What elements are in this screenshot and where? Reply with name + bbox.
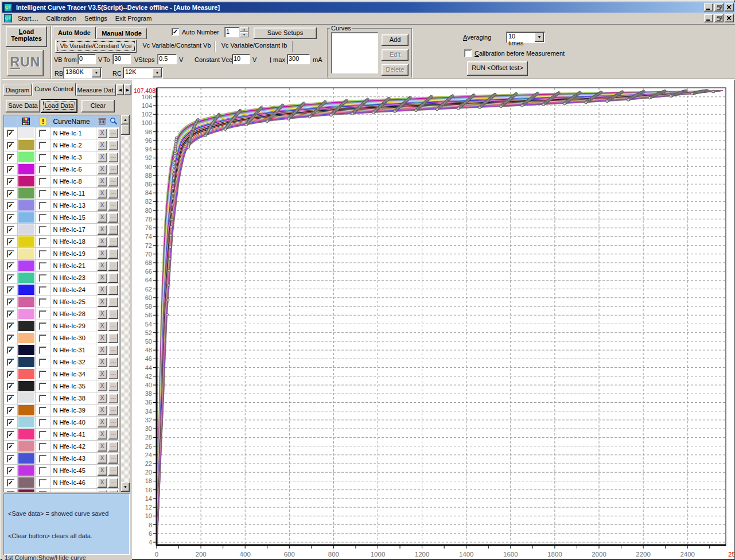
- blink-checkbox[interactable]: [39, 310, 46, 318]
- curve-name[interactable]: N Hfe-Ic-31: [51, 344, 97, 356]
- curve-color-swatch[interactable]: [18, 345, 34, 355]
- curve-name[interactable]: N Hfe-Ic-8: [51, 176, 97, 187]
- tab-diagram[interactable]: Diagram: [3, 84, 32, 96]
- rc-dropdown-icon[interactable]: ▼: [153, 68, 162, 77]
- child-close-button[interactable]: [725, 14, 734, 22]
- delete-curve-button[interactable]: X: [98, 249, 107, 259]
- jump-to-data-button[interactable]: ...: [108, 237, 118, 247]
- delete-curve-button[interactable]: X: [98, 478, 107, 488]
- blink-checkbox[interactable]: [39, 262, 46, 270]
- show-hide-checkbox[interactable]: ✓: [7, 407, 14, 414]
- delete-curve-button[interactable]: X: [98, 418, 107, 427]
- blink-checkbox[interactable]: [39, 190, 46, 197]
- delete-curve-button[interactable]: X: [98, 406, 107, 415]
- jump-to-data-button[interactable]: ...: [108, 249, 118, 259]
- curve-name[interactable]: N Hfe-Ic-29: [51, 320, 97, 332]
- curve-color-swatch[interactable]: [18, 200, 34, 211]
- curve-name[interactable]: N Hfe-Ic-45: [51, 465, 97, 476]
- jump-to-data-button[interactable]: ...: [108, 129, 118, 138]
- show-hide-checkbox[interactable]: ✓: [7, 479, 14, 487]
- blink-checkbox[interactable]: [39, 274, 46, 282]
- rb-combo[interactable]: 1360K ▼: [63, 67, 102, 79]
- blink-checkbox[interactable]: [39, 202, 46, 209]
- blink-checkbox[interactable]: [39, 419, 46, 426]
- averaging-combo[interactable]: 10 times ▼: [506, 32, 545, 43]
- show-hide-checkbox[interactable]: ✓: [7, 322, 14, 330]
- blink-checkbox[interactable]: [39, 491, 46, 493]
- jump-to-data-button[interactable]: ...: [108, 478, 118, 488]
- blink-checkbox[interactable]: [39, 479, 46, 487]
- jump-to-data-button[interactable]: ...: [108, 309, 118, 319]
- curve-name[interactable]: N Hfe-Ic-23: [51, 272, 97, 283]
- show-hide-checkbox[interactable]: ✓: [7, 202, 14, 209]
- show-hide-checkbox[interactable]: ✓: [7, 166, 14, 173]
- delete-curve-button[interactable]: X: [98, 141, 107, 150]
- show-hide-checkbox[interactable]: ✓: [7, 142, 14, 149]
- tab-auto-mode[interactable]: Auto Mode: [53, 26, 96, 39]
- curves-listbox[interactable]: [331, 32, 378, 73]
- tab-vc-variable-constant-vb[interactable]: Vc Variable/Constant Vb: [142, 40, 212, 53]
- blink-checkbox[interactable]: [39, 383, 46, 390]
- blink-warning-icon[interactable]: !: [36, 115, 51, 127]
- curve-color-swatch[interactable]: [18, 357, 34, 367]
- curve-color-swatch[interactable]: [18, 489, 34, 492]
- blink-checkbox[interactable]: [39, 154, 46, 161]
- menu-exit-program[interactable]: Exit Program: [111, 14, 156, 23]
- show-hide-checkbox[interactable]: ✓: [7, 310, 14, 318]
- run-button[interactable]: RUN: [7, 50, 44, 76]
- show-hide-checkbox[interactable]: ✓: [7, 347, 14, 354]
- show-hide-checkbox[interactable]: ✓: [7, 238, 14, 246]
- imax-input[interactable]: 300: [287, 54, 310, 64]
- show-hide-checkbox[interactable]: ✓: [7, 383, 14, 390]
- show-hide-checkbox[interactable]: ✓: [7, 274, 14, 282]
- curve-color-swatch[interactable]: [18, 321, 34, 331]
- delete-curve-button[interactable]: X: [98, 490, 107, 493]
- tab-vb-variable-constant-vce[interactable]: Vb Variable/Constant Vce: [55, 40, 137, 53]
- curve-name[interactable]: N Hfe-Ic-2: [51, 139, 97, 151]
- curve-name[interactable]: N Hfe-Ic-21: [51, 260, 97, 271]
- tab-scroll-right-icon[interactable]: ▶: [124, 84, 131, 95]
- curve-color-swatch[interactable]: [18, 429, 34, 440]
- show-hide-checkbox[interactable]: ✓: [7, 250, 14, 258]
- delete-curve-button[interactable]: X: [98, 165, 107, 174]
- menu-settings[interactable]: Settings: [80, 14, 111, 23]
- curve-color-swatch[interactable]: [18, 212, 34, 223]
- rc-combo[interactable]: 12K ▼: [123, 67, 163, 79]
- to-input[interactable]: 30: [112, 54, 131, 64]
- jump-to-data-button[interactable]: ...: [108, 297, 118, 307]
- minimize-button[interactable]: [704, 3, 713, 11]
- jump-to-data-button[interactable]: ...: [108, 225, 118, 235]
- curve-name[interactable]: N Hfe-Ic-11: [51, 188, 97, 199]
- menu-start[interactable]: Start....: [14, 14, 42, 23]
- jump-to-data-button[interactable]: ...: [108, 418, 118, 427]
- load-data-button[interactable]: Load Data: [41, 100, 77, 112]
- curve-color-swatch[interactable]: [18, 128, 34, 138]
- curve-name[interactable]: [51, 489, 97, 492]
- blink-checkbox[interactable]: [39, 298, 46, 306]
- delete-curve-button[interactable]: X: [98, 273, 107, 283]
- child-restore-button[interactable]: [714, 14, 724, 22]
- curve-color-swatch[interactable]: [18, 441, 34, 452]
- show-hide-checkbox[interactable]: ✓: [7, 371, 14, 378]
- jump-to-data-button[interactable]: ...: [108, 177, 118, 186]
- blink-checkbox[interactable]: [39, 250, 46, 258]
- curve-color-swatch[interactable]: [18, 405, 34, 415]
- show-hide-checkbox[interactable]: ✓: [7, 214, 14, 221]
- delete-curve-button[interactable]: X: [98, 394, 107, 403]
- blink-checkbox[interactable]: [39, 347, 46, 354]
- curve-name[interactable]: N Hfe-Ic-13: [51, 200, 97, 211]
- add-curve-button[interactable]: Add: [382, 34, 409, 46]
- blink-checkbox[interactable]: [39, 142, 46, 149]
- clear-button[interactable]: Clear: [81, 100, 115, 112]
- curve-name[interactable]: N Hfe-Ic-42: [51, 441, 97, 452]
- delete-curve-button[interactable]: X: [98, 370, 107, 379]
- load-templates-button[interactable]: Load Templates: [6, 26, 47, 47]
- delete-curve-button[interactable]: X: [98, 430, 107, 440]
- curve-name[interactable]: N Hfe-Ic-24: [51, 284, 97, 295]
- averaging-dropdown-icon[interactable]: ▼: [535, 33, 544, 42]
- auto-number-spinner[interactable]: ▲ ▼: [240, 27, 248, 37]
- scroll-down-icon[interactable]: ▼: [121, 483, 130, 492]
- jump-to-data-button[interactable]: ...: [108, 213, 118, 223]
- tab-manual-mode[interactable]: Manual Mode: [96, 28, 147, 39]
- curve-name[interactable]: N Hfe-Ic-38: [51, 392, 97, 404]
